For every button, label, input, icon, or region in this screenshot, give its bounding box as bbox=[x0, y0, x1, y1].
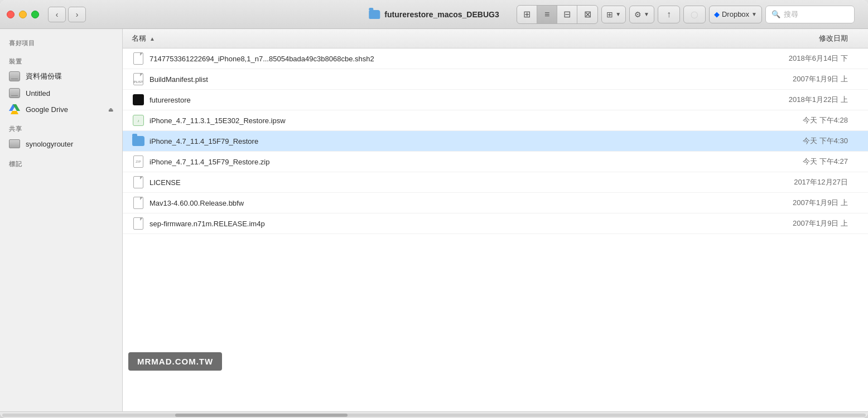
file-name: iPhone_4.7_11.4_15F79_Restore bbox=[150, 137, 748, 145]
sidebar-section-devices: 裝置 bbox=[0, 54, 122, 68]
hdd-icon-untitled bbox=[9, 88, 20, 99]
file-name: Mav13-4.60.00.Release.bbfw bbox=[150, 199, 748, 207]
sort-arrow: ▲ bbox=[150, 36, 155, 42]
scrollbar-track[interactable] bbox=[2, 414, 866, 417]
titlebar: ‹ › futurerestore_macos_DEBUG3 ⊞ ≡ ⊟ ⊠ ⊞… bbox=[0, 0, 868, 29]
file-icon-generic bbox=[132, 196, 145, 210]
column-date-label: 修改日期 bbox=[819, 34, 848, 42]
back-icon: ‹ bbox=[56, 10, 59, 19]
sidebar-label-google-drive: Google Drive bbox=[26, 105, 68, 114]
view-icon-columns[interactable]: ⊟ bbox=[557, 6, 577, 23]
dropbox-button[interactable]: ◆ Dropbox ▼ bbox=[709, 6, 762, 23]
forward-icon: › bbox=[76, 10, 79, 19]
network-icon-synologyrouter bbox=[9, 138, 20, 149]
sidebar-item-untitled[interactable]: Untitled bbox=[0, 85, 122, 101]
file-row[interactable]: futurerestore2018年1月22日 上 bbox=[123, 90, 868, 110]
google-drive-left: Google Drive bbox=[9, 104, 68, 114]
file-row[interactable]: Mav13-4.60.00.Release.bbfw2007年1月9日 上 bbox=[123, 193, 868, 213]
file-row[interactable]: PLISTBuildManifest.plist2007年1月9日 上 bbox=[123, 69, 868, 90]
sidebar-item-google-drive[interactable]: Google Drive ⏏ bbox=[0, 101, 122, 117]
search-icon: 🔍 bbox=[771, 10, 780, 18]
file-name: iPhone_4.7_11.3.1_15E302_Restore.ipsw bbox=[150, 116, 748, 125]
file-icon-ipsw: ♪ bbox=[132, 114, 145, 127]
tag-button[interactable]: ◯ bbox=[683, 6, 706, 23]
file-row[interactable]: sep-firmware.n71m.RELEASE.im4p2007年1月9日 … bbox=[123, 213, 868, 234]
view-switcher: ⊞ ≡ ⊟ ⊠ bbox=[517, 5, 598, 24]
sidebar-label-untitled: Untitled bbox=[26, 89, 50, 98]
view-icon-grid[interactable]: ⊞ bbox=[517, 6, 537, 23]
file-date: 今天 下午4:30 bbox=[748, 136, 859, 146]
column-name-header[interactable]: 名稱 ▲ bbox=[132, 33, 748, 43]
dropbox-icon: ◆ bbox=[714, 10, 720, 18]
file-icon-generic bbox=[132, 217, 145, 230]
file-name: sep-firmware.n71m.RELEASE.im4p bbox=[150, 220, 748, 228]
scrollbar-thumb[interactable] bbox=[175, 414, 348, 417]
toolbar-buttons: ⊞ ≡ ⊟ ⊠ ⊞ ▼ ⚙ ▼ ↑ ◯ ◆ Dropbox bbox=[517, 5, 855, 24]
close-button[interactable] bbox=[7, 11, 15, 18]
file-name: LICENSE bbox=[150, 178, 748, 187]
nav-buttons: ‹ › bbox=[48, 7, 86, 22]
file-date: 2018年1月22日 上 bbox=[748, 95, 859, 105]
dropbox-label: Dropbox bbox=[722, 10, 749, 18]
file-name: BuildManifest.plist bbox=[150, 75, 748, 84]
view-icon-list[interactable]: ≡ bbox=[537, 6, 557, 23]
hdd-icon-backup bbox=[9, 71, 20, 82]
sidebar-label-backup-drive: 資料備份碟 bbox=[26, 71, 62, 81]
view-icon-cover[interactable]: ⊠ bbox=[577, 6, 597, 23]
eject-icon-google-drive[interactable]: ⏏ bbox=[108, 106, 113, 113]
gear-icon: ⚙ bbox=[634, 10, 642, 19]
search-box[interactable]: 🔍 搜尋 bbox=[765, 6, 855, 23]
maximize-button[interactable] bbox=[31, 11, 39, 18]
minimize-button[interactable] bbox=[19, 11, 27, 18]
arrange-arrow: ▼ bbox=[615, 11, 621, 17]
column-name-label: 名稱 bbox=[132, 33, 146, 43]
dropbox-arrow: ▼ bbox=[751, 11, 757, 17]
file-row[interactable]: 7147753361222694_iPhone8,1_n7...85054bad… bbox=[123, 48, 868, 69]
tag-icon: ◯ bbox=[691, 11, 698, 18]
file-date: 今天 下午4:28 bbox=[748, 115, 859, 125]
file-icon-generic bbox=[132, 176, 145, 189]
sidebar: 喜好項目 裝置 資料備份碟 Untitled bbox=[0, 29, 123, 411]
sidebar-section-tags: 標記 bbox=[0, 157, 122, 171]
file-icon-zip: ZIP bbox=[132, 155, 145, 168]
forward-button[interactable]: › bbox=[68, 7, 86, 22]
back-button[interactable]: ‹ bbox=[48, 7, 66, 22]
sidebar-item-synologyrouter[interactable]: synologyrouter bbox=[0, 135, 122, 152]
file-name: futurerestore bbox=[150, 96, 748, 104]
share-icon: ↑ bbox=[667, 9, 671, 20]
file-name: 7147753361222694_iPhone8,1_n7...85054bad… bbox=[150, 55, 748, 63]
file-row[interactable]: LICENSE2017年12月27日 bbox=[123, 172, 868, 193]
scrollbar-container bbox=[0, 411, 868, 418]
watermark: MRMAD.COM.TW bbox=[128, 352, 222, 371]
file-icon-folder bbox=[132, 134, 145, 148]
sidebar-item-backup-drive[interactable]: 資料備份碟 bbox=[0, 68, 122, 85]
share-button[interactable]: ↑ bbox=[658, 6, 680, 23]
finder-window: ‹ › futurerestore_macos_DEBUG3 ⊞ ≡ ⊟ ⊠ ⊞… bbox=[0, 0, 868, 418]
file-date: 2007年1月9日 上 bbox=[748, 218, 859, 229]
file-list: 名稱 ▲ 修改日期 7147753361222694_iPhone8,1_n7.… bbox=[123, 29, 868, 411]
window-title-bar: futurerestore_macos_DEBUG3 bbox=[369, 10, 499, 19]
folder-icon-title bbox=[369, 10, 380, 19]
file-list-header: 名稱 ▲ 修改日期 bbox=[123, 29, 868, 48]
arrange-icon: ⊞ bbox=[606, 10, 613, 19]
traffic-lights bbox=[7, 11, 39, 18]
file-icon-plist: PLIST bbox=[132, 72, 145, 86]
search-placeholder: 搜尋 bbox=[784, 9, 798, 20]
file-date: 2007年1月9日 上 bbox=[748, 198, 859, 208]
file-date: 2018年6月14日 下 bbox=[748, 54, 859, 64]
file-date: 2017年12月27日 bbox=[748, 177, 859, 187]
sidebar-label-synologyrouter: synologyrouter bbox=[26, 140, 73, 148]
column-date-header[interactable]: 修改日期 bbox=[748, 33, 859, 43]
gdrive-icon bbox=[9, 104, 20, 114]
file-name: iPhone_4.7_11.4_15F79_Restore.zip bbox=[150, 158, 748, 166]
arrange-button[interactable]: ⊞ ▼ bbox=[601, 6, 626, 23]
file-row[interactable]: ♪iPhone_4.7_11.3.1_15E302_Restore.ipsw今天… bbox=[123, 110, 868, 131]
action-button[interactable]: ⚙ ▼ bbox=[629, 6, 654, 23]
sidebar-section-shared: 共享 bbox=[0, 121, 122, 135]
file-row[interactable]: iPhone_4.7_11.4_15F79_Restore今天 下午4:30 bbox=[123, 131, 868, 152]
file-rows-container: 7147753361222694_iPhone8,1_n7...85054bad… bbox=[123, 48, 868, 234]
file-row[interactable]: ZIPiPhone_4.7_11.4_15F79_Restore.zip今天 下… bbox=[123, 152, 868, 172]
file-icon-generic bbox=[132, 52, 145, 65]
file-date: 2007年1月9日 上 bbox=[748, 74, 859, 84]
window-title-text: futurerestore_macos_DEBUG3 bbox=[384, 10, 499, 19]
